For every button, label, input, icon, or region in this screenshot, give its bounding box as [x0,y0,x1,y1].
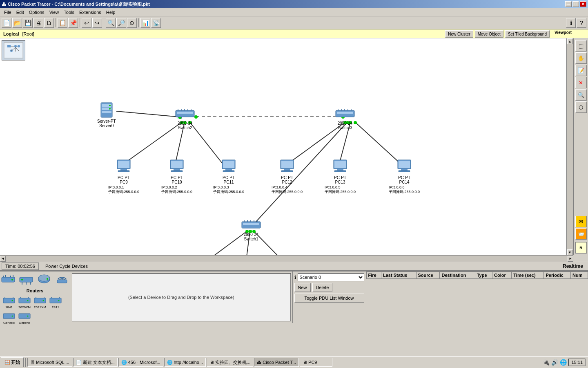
breadcrumb-bar: Logical [Root] New Cluster Move Object S… [0,29,588,38]
scroll-down-button[interactable]: ▼ [567,249,573,255]
bottom-panel: Routers 1841 2620XM [0,271,588,323]
taskbar-experiment[interactable]: 🖥 实验四、交换机... [207,358,253,367]
svg-rect-77 [284,169,290,171]
menu-file[interactable]: File [2,9,14,16]
zoom-tool-button[interactable]: 🔍 [575,89,587,101]
node-pc14[interactable]: PC-PTPC14 IP:3.0.0.6 子网掩码:255.0.0.0 [389,159,420,195]
scroll-right-button[interactable]: ► [568,256,573,262]
maximize-button[interactable]: □ [572,1,579,7]
scroll-up-button[interactable]: ▲ [567,38,573,44]
network-canvas[interactable]: Server-PTServer0 2950-34Switch2 [0,38,573,255]
taskbar-cisco[interactable]: 🖧 Cisco Packet T... [254,358,299,367]
zoom-in-button[interactable]: 🔍 [106,18,116,28]
custom2-button[interactable]: 📡 [151,18,161,28]
info-button[interactable]: ℹ [566,18,576,28]
note-tool-button[interactable]: 📝 [575,65,587,76]
device-2621xm[interactable]: 2621XM [33,295,47,310]
svg-point-119 [21,279,23,280]
hand-tool-button[interactable]: ✋ [575,52,587,64]
zoom-out-button[interactable]: 🔎 [116,18,126,28]
node-pc11[interactable]: PC-PTPC11 IP:3.0.0.3 子网掩码:255.0.0.0 [213,159,244,195]
print-preview-button[interactable]: 🗋 [44,18,54,28]
menu-edit[interactable]: Edit [14,9,27,16]
toggle-pdu-button[interactable]: Toggle PDU List Window [294,294,364,303]
node-pc12[interactable]: PC-PTPC12 IP:3.0.0.4 子网掩码:255.0.0.0 [272,159,303,195]
help-button[interactable]: ? [577,18,586,28]
menu-help[interactable]: Help [104,9,118,16]
taskbar-pc9[interactable]: 🖥 PC9 [300,358,332,367]
pc14-label: PC-PTPC14 [398,175,410,184]
close-button[interactable]: ✕ [580,1,586,7]
vertical-scrollbar[interactable]: ▲ ▼ [566,38,573,255]
menu-view[interactable]: View [47,9,62,16]
paste-button[interactable]: 📌 [68,18,78,28]
menu-extensions[interactable]: Extensions [77,9,104,16]
realtime-label: Realtime [563,263,583,269]
pc14-ip: IP:3.0.0.6 子网掩码:255.0.0.0 [389,185,420,195]
category-routers[interactable] [0,273,16,286]
minimize-button[interactable]: — [565,1,572,7]
node-server0[interactable]: Server-PTServer0 [97,102,116,128]
app-icon: 🖧 [2,2,6,7]
print-button[interactable]: 🖨 [33,18,43,28]
svg-rect-73 [225,169,232,171]
text-icon: 📄 [76,360,82,365]
start-icon: 🪟 [4,360,10,365]
category-wireless[interactable] [54,273,70,286]
col-type: Type [475,272,492,279]
set-tiled-bg-button[interactable]: Set Tiled Background [505,30,550,38]
workspace-hint-text: (Select a Device to Drag and Drop to the… [72,273,291,321]
svg-point-142 [12,315,13,316]
svg-point-103 [14,45,17,47]
device-generic2[interactable]: Generic [17,310,32,325]
col-last-status: Last Status [381,272,416,279]
delete-tool-button[interactable]: ✕ [575,77,587,88]
realtime-button[interactable]: R [575,242,587,254]
select-tool-button[interactable]: ⬚ [575,40,587,52]
pdu-complex-button[interactable]: 📨 [575,228,587,240]
custom1-button[interactable]: 📊 [140,18,150,28]
undo-button[interactable]: ↩ [82,18,91,28]
copy-button[interactable]: 📋 [58,18,67,28]
zoom-reset-button[interactable]: ⊙ [127,18,137,28]
pc9-ip: IP:3.0.0.1 子网掩码:255.0.0.0 [108,185,139,195]
category-hubs[interactable] [36,273,52,286]
save-button[interactable]: 💾 [23,18,33,28]
new-button[interactable]: 📄 [2,18,11,28]
device-1841[interactable]: 1841 [2,295,16,310]
power-cycle-button[interactable]: Power Cycle Devices [42,263,91,269]
node-switch2[interactable]: 2950-34Switch2 [175,107,195,130]
taskbar-456[interactable]: 🌐 456 - Microsof... [118,358,163,367]
svg-point-144 [27,315,29,316]
scenario-select[interactable]: Scenario 0 [298,273,364,281]
node-switch3[interactable]: 2950-24Switch3 [335,107,355,130]
taskbar-text[interactable]: 📄 新建 文本文档... [73,358,118,367]
svg-rect-143 [19,314,30,319]
redo-button[interactable]: ↪ [92,18,102,28]
taskbar-sql[interactable]: 🗄 Microsoft SQL ... [27,358,72,367]
pdu-tool-button[interactable]: ✉ [575,216,587,227]
new-scenario-button[interactable]: New [294,283,311,292]
device-2811[interactable]: 2811 [48,295,63,310]
start-button[interactable]: 🪟 开始 [1,357,24,367]
open-button[interactable]: 📂 [12,18,22,28]
col-destination: Destination [440,272,475,279]
node-switch1[interactable]: 2950-34Switch1 [241,218,261,241]
node-pc9[interactable]: PC-PTPC9 IP:3.0.0.1 子网掩码:255.0.0.0 [108,159,139,195]
move-object-button[interactable]: Move Object [475,30,503,38]
menu-options[interactable]: Options [27,9,47,16]
device-generic1[interactable]: Generic [2,310,16,325]
node-pc13[interactable]: PC-PTPC13 IP:3.0.0.5 子网掩码:255.0.0.0 [325,159,356,195]
taskbar-http[interactable]: 🌐 http://localho... [164,358,206,367]
pc12-label: PC-PTPC12 [281,175,293,184]
menu-tools[interactable]: Tools [61,9,77,16]
delete-scenario-button[interactable]: Delete [312,283,333,292]
scroll-left-button[interactable]: ◄ [0,256,6,262]
horizontal-scrollbar[interactable]: ◄ ► [0,255,573,262]
node-pc10[interactable]: PC-PTPC10 IP:3.0.0.2 子网掩码:255.0.0.0 [161,159,192,195]
device-2620xm[interactable]: 2620XM [17,295,32,310]
new-cluster-button[interactable]: New Cluster [445,30,473,38]
workspace-panel: (Select a Device to Drag and Drop to the… [70,272,292,323]
category-switches[interactable] [18,273,34,286]
resize-tool-button[interactable]: ⬡ [575,101,587,113]
